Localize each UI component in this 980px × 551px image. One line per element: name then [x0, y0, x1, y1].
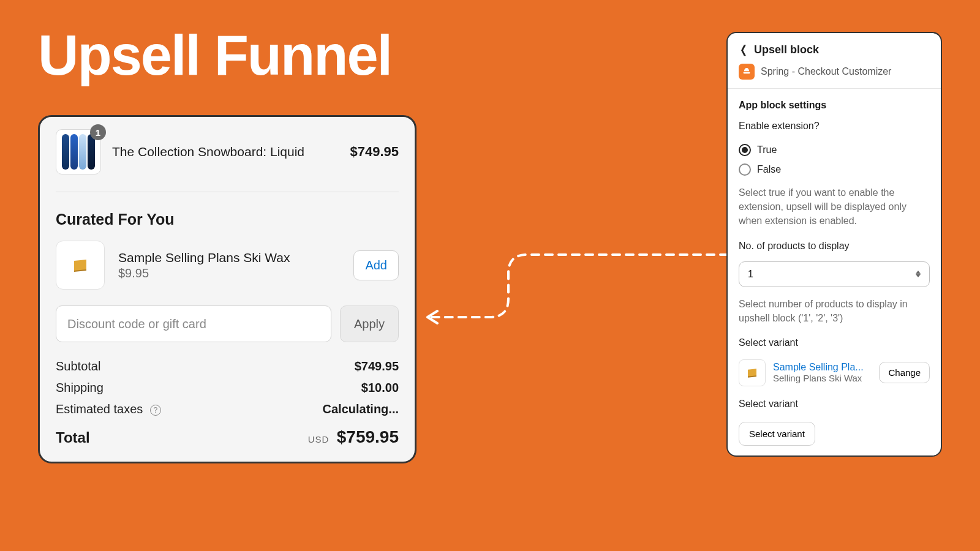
total-currency: USD — [308, 434, 330, 444]
discount-row: Apply — [56, 305, 399, 342]
upsell-text: Sample Selling Plans Ski Wax $9.95 — [118, 250, 340, 280]
change-button[interactable]: Change — [879, 362, 930, 383]
variant-row: Sample Selling Pla... Selling Plans Ski … — [739, 359, 930, 386]
connector-arrow-icon — [417, 244, 728, 329]
tax-label: Estimated taxes ? — [56, 402, 161, 416]
cart-item-name: The Collection Snowboard: Liquid — [112, 144, 339, 159]
radio-true-label: True — [757, 144, 777, 156]
total-label: Total — [56, 429, 90, 446]
upsell-row: Sample Selling Plans Ski Wax $9.95 Add — [56, 241, 399, 290]
cart-item-price: $749.95 — [350, 144, 399, 160]
count-select[interactable]: 1 — [739, 261, 930, 287]
help-icon[interactable]: ? — [150, 405, 161, 416]
variant-thumbnail — [739, 359, 766, 386]
settings-title: Upsell block — [754, 43, 819, 56]
enable-help-text: Select true if you want to enable the ex… — [739, 186, 930, 228]
shipping-value: $10.00 — [361, 381, 399, 395]
variant-name[interactable]: Sample Selling Pla... — [773, 362, 872, 373]
qty-badge: 1 — [90, 124, 106, 140]
app-name: Spring - Checkout Customizer — [761, 66, 891, 77]
upsell-thumbnail — [56, 241, 105, 290]
cart-line-item: 1 The Collection Snowboard: Liquid $749.… — [56, 129, 399, 174]
count-select-value: 1 — [748, 269, 753, 280]
variant-label: Select variant — [739, 337, 930, 348]
apply-button[interactable]: Apply — [340, 305, 399, 342]
upsell-name: Sample Selling Plans Ski Wax — [118, 250, 340, 265]
discount-input[interactable] — [56, 305, 331, 342]
enable-question: Enable extension? — [739, 121, 930, 132]
count-help-text: Select number of products to display in … — [739, 297, 930, 325]
subtotal-value: $749.95 — [355, 359, 399, 373]
shipping-label: Shipping — [56, 381, 104, 395]
totals-block: Subtotal $749.95 Shipping $10.00 Estimat… — [56, 359, 399, 447]
settings-section-title: App block settings — [739, 100, 930, 111]
back-chevron-icon[interactable]: ❮ — [740, 43, 747, 56]
subtotal-label: Subtotal — [56, 359, 100, 373]
app-icon — [739, 64, 755, 80]
radio-false[interactable]: False — [739, 163, 930, 176]
stepper-icon — [916, 271, 921, 277]
cart-thumb-wrap: 1 — [56, 129, 101, 174]
radio-true[interactable]: True — [739, 144, 930, 156]
app-identity: Spring - Checkout Customizer — [728, 64, 941, 88]
count-label: No. of products to display — [739, 241, 930, 252]
enable-radio-group: True False — [739, 144, 930, 176]
select-variant-button[interactable]: Select variant — [739, 422, 815, 446]
variant-subtitle: Selling Plans Ski Wax — [773, 373, 872, 383]
radio-false-label: False — [757, 164, 781, 175]
settings-header: ❮ Upsell block — [728, 33, 941, 64]
total-value: $759.95 — [337, 427, 399, 446]
upsell-price: $9.95 — [118, 266, 340, 280]
checkout-panel: 1 The Collection Snowboard: Liquid $749.… — [38, 115, 417, 463]
divider — [56, 192, 399, 192]
add-button[interactable]: Add — [353, 250, 399, 280]
curated-heading: Curated For You — [56, 211, 399, 228]
variant-label-2: Select variant — [739, 399, 930, 410]
tax-value: Calculating... — [323, 402, 399, 416]
page-title: Upsell Funnel — [38, 23, 391, 88]
settings-panel: ❮ Upsell block Spring - Checkout Customi… — [726, 32, 942, 457]
